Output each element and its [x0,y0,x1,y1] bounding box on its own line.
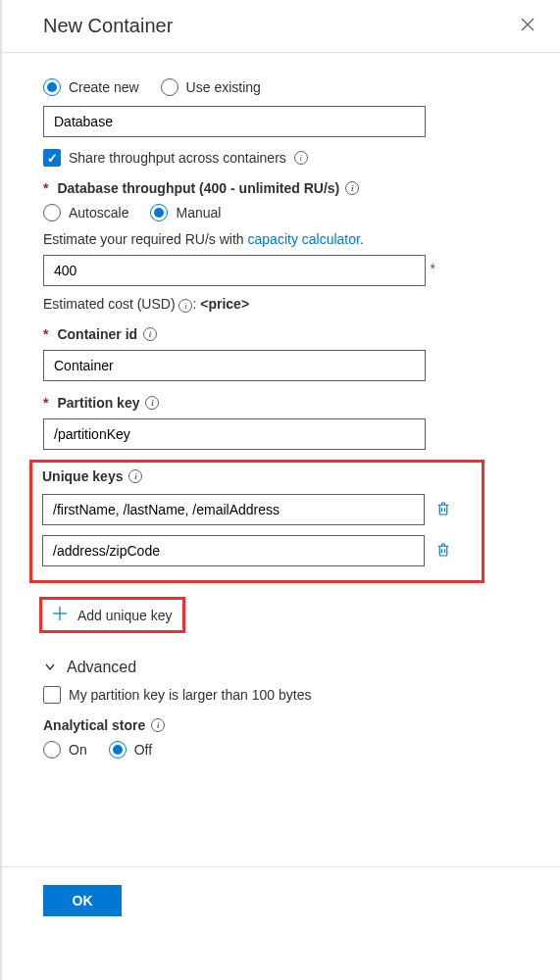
radio-icon [161,78,178,96]
analytical-store-label: Analytical store [43,717,542,733]
partition-key-label: * Partition key [43,395,542,411]
panel-footer: OK [2,866,560,946]
analytical-store-radiogroup: On Off [43,741,542,759]
use-existing-radio[interactable]: Use existing [161,78,261,96]
unique-key-input[interactable] [42,535,425,566]
new-container-panel: New Container Create new Use existing Sh… [0,0,560,980]
info-icon[interactable] [145,396,159,410]
throughput-input-wrap: * [43,255,426,286]
unique-keys-label: Unique keys [42,468,472,484]
database-mode-radiogroup: Create new Use existing [43,78,542,96]
info-icon[interactable] [151,718,165,732]
estimate-text: Estimate your required RU/s with capacit… [43,231,542,247]
radio-label: Manual [176,205,221,220]
info-icon[interactable] [294,151,308,165]
unique-keys-section: Unique keys [29,460,484,583]
share-throughput-checkbox[interactable]: Share throughput across containers [43,149,542,167]
radio-icon [43,741,61,759]
manual-radio[interactable]: Manual [150,204,221,221]
required-indicator: * [43,180,48,196]
database-name-input[interactable] [43,106,426,137]
checkbox-icon [43,686,61,704]
unique-key-row [42,494,472,525]
advanced-label: Advanced [67,659,136,676]
unique-key-row [42,535,472,566]
radio-label: Off [134,742,152,758]
plus-icon [52,606,68,624]
container-id-label: * Container id [43,326,542,342]
radio-icon [150,204,168,221]
required-indicator: * [43,326,48,342]
radio-icon [109,741,127,759]
ok-button[interactable]: OK [43,885,122,916]
info-icon[interactable] [345,181,359,195]
info-icon[interactable] [143,327,157,341]
panel-title: New Container [43,15,173,37]
checkbox-icon [43,149,61,167]
throughput-input[interactable] [43,255,426,286]
checkbox-label: Share throughput across containers [69,150,286,166]
checkbox-label: My partition key is larger than 100 byte… [69,687,311,703]
radio-label: Create new [69,79,139,95]
estimated-cost: Estimated cost (USD) : <price> [43,296,542,313]
cost-value: <price> [200,296,249,312]
trash-icon[interactable] [434,541,452,562]
radio-label: Use existing [186,79,261,95]
throughput-label: * Database throughput (400 - unlimited R… [43,180,542,196]
analytical-on-radio[interactable]: On [43,741,87,759]
radio-icon [43,78,61,96]
unique-key-input[interactable] [42,494,425,525]
add-unique-key-highlight: Add unique key [39,597,185,633]
create-new-radio[interactable]: Create new [43,78,139,96]
radio-label: Autoscale [69,205,128,220]
advanced-section-toggle[interactable]: Advanced [43,659,542,676]
info-icon[interactable] [128,469,142,483]
add-unique-key-label: Add unique key [77,608,173,623]
panel-header: New Container [2,0,560,53]
analytical-off-radio[interactable]: Off [109,741,152,759]
throughput-mode-radiogroup: Autoscale Manual [43,204,542,221]
container-id-input[interactable] [43,350,426,381]
partition-key-input[interactable] [43,418,426,450]
radio-label: On [69,742,87,758]
autoscale-radio[interactable]: Autoscale [43,204,128,221]
required-indicator: * [431,261,435,276]
close-icon[interactable] [517,14,538,38]
panel-body[interactable]: Create new Use existing Share throughput… [2,53,560,866]
large-partition-key-checkbox[interactable]: My partition key is larger than 100 byte… [43,686,542,704]
radio-icon [43,204,61,221]
chevron-down-icon [43,660,57,676]
trash-icon[interactable] [434,500,452,520]
add-unique-key-button[interactable]: Add unique key [46,604,178,626]
required-indicator: * [43,395,48,411]
info-icon[interactable] [178,299,192,313]
capacity-calculator-link[interactable]: capacity calculator [248,231,360,247]
